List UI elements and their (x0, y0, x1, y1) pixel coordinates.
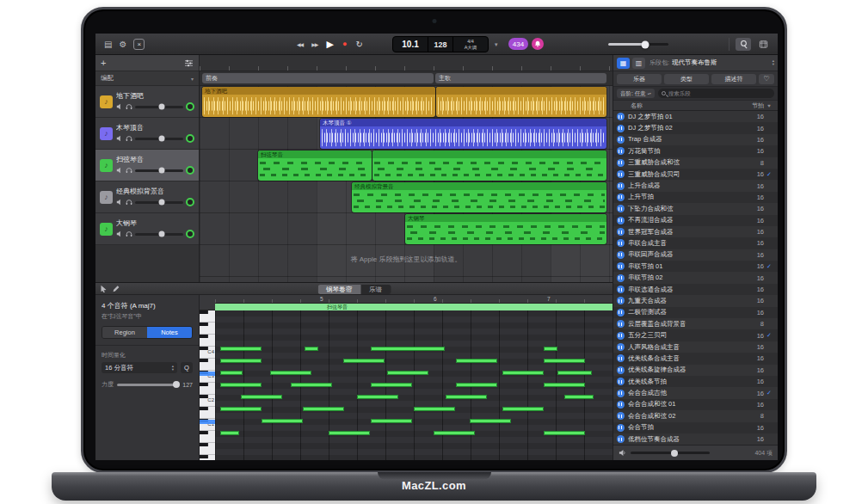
mute-icon[interactable] (116, 230, 123, 237)
midi-note[interactable] (470, 419, 511, 423)
region[interactable] (372, 151, 606, 181)
loop-row[interactable]: DJ 之梦节拍 02 16 (613, 122, 778, 133)
midi-note[interactable] (220, 359, 262, 363)
loop-checkmark[interactable] (764, 263, 774, 270)
track-row[interactable]: ♪ 扫弦琴音 (95, 150, 199, 181)
quantize-select[interactable]: 16 分音符 ▴▾ (102, 362, 177, 373)
midi-note[interactable] (371, 383, 412, 387)
midi-note[interactable] (220, 431, 239, 435)
loop-row[interactable]: 万花筒节拍 16 (613, 145, 778, 157)
midi-note[interactable] (544, 431, 585, 435)
midi-note[interactable] (220, 347, 262, 351)
timeline-ruler[interactable] (200, 55, 613, 71)
add-track-button[interactable]: + (101, 58, 106, 68)
loop-row[interactable]: DJ 之梦节拍 01 16 (613, 111, 778, 122)
loop-row[interactable]: 九重天合成器 16 (613, 295, 778, 306)
gear-icon[interactable]: ⚙ (119, 40, 126, 49)
pan-knob[interactable] (186, 230, 194, 238)
close-box-icon[interactable]: × (133, 39, 145, 50)
favorites-filter-button[interactable]: ♡ (759, 74, 774, 84)
arrange-area[interactable]: 前奏 主歌 地下酒吧 (200, 55, 613, 282)
count-badge[interactable]: 434 (508, 38, 528, 50)
midi-note[interactable] (305, 347, 318, 351)
master-volume-slider[interactable] (608, 43, 668, 46)
loop-row[interactable]: 会合合成吉他 16 (613, 387, 778, 398)
midi-note[interactable] (262, 419, 303, 423)
track-row[interactable]: ♪ 大钢琴 (95, 213, 199, 245)
midi-note[interactable] (387, 371, 428, 375)
solo-headphones-icon[interactable] (126, 103, 132, 110)
region[interactable]: 经典模拟背景音 (352, 182, 606, 212)
loop-row[interactable]: 下坠力合成和弦 16 (613, 203, 778, 214)
midi-note[interactable] (291, 383, 332, 387)
solo-headphones-icon[interactable] (126, 135, 132, 142)
column-view-icon[interactable]: ▥ (632, 58, 645, 69)
track-volume-slider[interactable] (135, 169, 183, 172)
grid-view-icon[interactable]: ▦ (617, 58, 630, 69)
piano-roll-grid[interactable] (215, 310, 613, 460)
mode-tab[interactable]: Notes (147, 327, 192, 338)
loop-row[interactable]: 串联回声合成器 16 (613, 249, 778, 261)
loop-row[interactable]: 优美线条节拍 16 (613, 376, 778, 387)
loop-row[interactable]: 上升合成器 16 (613, 180, 778, 191)
pan-knob[interactable] (186, 134, 194, 143)
midi-note[interactable] (371, 419, 412, 423)
midi-note[interactable] (544, 359, 585, 363)
scale-select[interactable]: 音阶: 任意 ▴▾ (617, 89, 655, 98)
midi-note[interactable] (414, 407, 455, 411)
loop-checkmark[interactable] (764, 171, 774, 178)
rewind-button[interactable]: ◀◀ (297, 42, 303, 47)
editor-ruler[interactable]: 567 (215, 295, 613, 304)
midi-note[interactable] (220, 371, 243, 375)
lcd-chevron-icon[interactable]: ▾ (495, 41, 498, 48)
mute-icon[interactable] (116, 167, 123, 174)
column-favorite-icon[interactable]: ♥ (764, 103, 774, 108)
column-name[interactable]: 名称 (617, 101, 747, 110)
loop-row[interactable]: 会合合成和弦 02 8 (613, 410, 778, 421)
midi-note[interactable] (544, 383, 585, 387)
loop-row[interactable]: 低档位节奏合成器 16 (613, 433, 778, 445)
region[interactable]: 扫弦琴音 (258, 151, 372, 181)
notification-bell-badge[interactable] (532, 38, 544, 50)
solo-headphones-icon[interactable] (126, 199, 132, 206)
midi-note[interactable] (564, 395, 594, 399)
loop-row[interactable]: 串联合成主音 16 (613, 237, 778, 249)
lcd-display[interactable]: 10.1 128 4/4 A大调 (392, 36, 489, 52)
loop-row[interactable]: 三重威胁合成贝司 16 (613, 169, 778, 180)
record-button[interactable]: ● (342, 40, 347, 48)
midi-note[interactable] (456, 383, 497, 387)
midi-note[interactable] (434, 431, 475, 435)
loop-row[interactable]: 串联节拍 02 16 (613, 272, 778, 283)
loop-row[interactable]: 会合合成和弦 01 16 (613, 399, 778, 410)
midi-note[interactable] (241, 395, 282, 399)
search-field[interactable] (658, 89, 774, 98)
forward-button[interactable]: ▶▶ (311, 42, 317, 47)
editor-tab[interactable]: 乐谱 (360, 285, 391, 294)
track-volume-slider[interactable] (135, 138, 183, 140)
loop-row[interactable]: 优美线条旋律合成器 16 (613, 365, 778, 376)
library-icon[interactable]: ▤ (104, 40, 112, 49)
loop-row[interactable]: 五分之三贝司 16 (613, 329, 778, 341)
region[interactable]: 地下酒吧 (202, 87, 435, 117)
editor-region-strip[interactable]: 扫弦琴音 (215, 304, 613, 310)
arrangement-track-row[interactable]: 编配 ▾ (95, 71, 199, 86)
midi-note[interactable] (557, 371, 592, 375)
filter-button[interactable]: 乐器 (617, 74, 662, 84)
midi-note[interactable] (343, 359, 385, 363)
play-button[interactable]: ▶ (326, 40, 333, 49)
loop-checkmark[interactable] (764, 390, 774, 396)
loop-row[interactable]: 世界冠军合成器 16 (613, 226, 778, 237)
filter-button[interactable]: 描述符 (711, 74, 756, 84)
midi-note[interactable] (502, 371, 544, 375)
pencil-tool-icon[interactable] (112, 285, 120, 292)
track-volume-slider[interactable] (135, 201, 183, 204)
arrangement-section[interactable]: 主歌 (435, 73, 606, 83)
track-volume-slider[interactable] (135, 233, 183, 236)
loop-row[interactable]: 串联节拍 01 16 (613, 261, 778, 272)
mute-icon[interactable] (116, 103, 123, 110)
pack-stepper-icon[interactable]: ▴▾ (773, 59, 774, 66)
track-row[interactable]: ♪ 地下酒吧 (95, 86, 199, 118)
search-input[interactable] (668, 90, 771, 96)
loop-row[interactable]: 串联选通合成器 16 (613, 284, 778, 295)
midi-note[interactable] (220, 407, 262, 411)
